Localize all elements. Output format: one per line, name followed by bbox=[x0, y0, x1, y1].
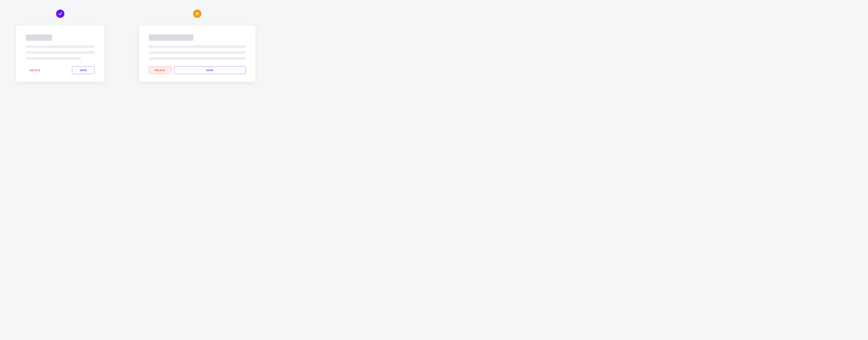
button-row: DELETE SAVE bbox=[149, 66, 246, 74]
skeleton-line bbox=[149, 51, 246, 54]
skeleton-line bbox=[26, 51, 95, 54]
skeleton-line bbox=[149, 45, 246, 48]
skeleton-line bbox=[149, 57, 246, 60]
save-button[interactable]: SAVE bbox=[174, 66, 246, 74]
save-button[interactable]: SAVE bbox=[72, 66, 95, 74]
good-example: DELETE SAVE bbox=[16, 9, 104, 82]
good-card: DELETE SAVE bbox=[16, 26, 104, 82]
skeleton-title bbox=[26, 35, 52, 41]
button-row: DELETE SAVE bbox=[26, 66, 95, 74]
cross-badge bbox=[193, 9, 202, 18]
cross-icon bbox=[195, 11, 199, 16]
bad-example: DELETE SAVE bbox=[139, 9, 255, 82]
check-icon bbox=[58, 11, 62, 16]
check-badge bbox=[56, 9, 64, 18]
skeleton-title bbox=[149, 35, 193, 41]
bad-card: DELETE SAVE bbox=[139, 26, 255, 82]
delete-button[interactable]: DELETE bbox=[149, 66, 172, 74]
delete-button[interactable]: DELETE bbox=[26, 66, 44, 74]
skeleton-line bbox=[26, 45, 95, 48]
skeleton-line bbox=[26, 57, 81, 60]
